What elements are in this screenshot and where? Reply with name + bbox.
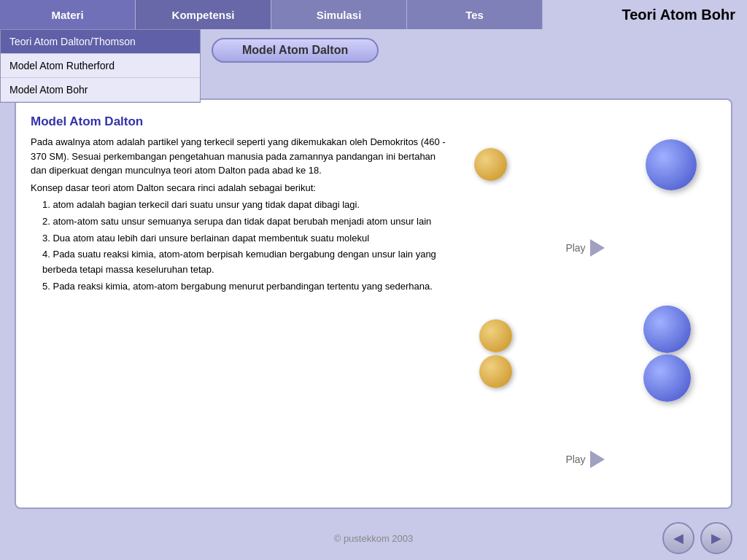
- visual-section: Play Play: [454, 114, 716, 493]
- copyright-text: © pustekkom 2003: [334, 533, 414, 544]
- point-5: Pada reaksi kimia, atom-atom bergabung m…: [42, 279, 446, 295]
- sub-header-button[interactable]: Model Atom Dalton: [212, 38, 379, 63]
- play-button-2[interactable]: Play: [565, 451, 604, 468]
- top-navigation: Materi Kompetensi Simulasi Tes Teori Ato…: [0, 0, 747, 29]
- menu-item-bohr[interactable]: Model Atom Bohr: [1, 78, 200, 102]
- atom-small-3: [479, 355, 512, 388]
- content-heading: Model Atom Dalton: [31, 114, 446, 129]
- atom-large-2: [643, 306, 691, 353]
- play-icon-2: [590, 451, 605, 468]
- play-button-1[interactable]: Play: [565, 239, 604, 257]
- play-label-2: Play: [565, 454, 585, 465]
- play-row-1: Play: [454, 239, 716, 257]
- point-3: Dua atom atau lebih dari unsure berlaina…: [42, 231, 446, 246]
- play-label-1: Play: [565, 242, 585, 254]
- next-button[interactable]: ▶: [700, 522, 732, 554]
- atom-small-1: [474, 148, 507, 181]
- footer: © pustekkom 2003 ◀ ▶: [0, 516, 747, 560]
- visual-row-2: [454, 306, 716, 402]
- prev-button[interactable]: ◀: [662, 522, 694, 554]
- play-icon-1: [590, 239, 605, 257]
- atom-group-small: [479, 319, 512, 388]
- tab-materi[interactable]: Materi: [0, 0, 136, 29]
- content-intro: Pada awalnya atom adalah partikel yang t…: [31, 135, 446, 178]
- point-4: Pada suatu reaksi kimia, atom-atom berpi…: [42, 247, 446, 278]
- points-list: atom adalah bagian terkecil dari suatu u…: [31, 198, 446, 295]
- point-1: atom adalah bagian terkecil dari suatu u…: [42, 198, 446, 213]
- atom-small-2: [479, 319, 512, 352]
- tab-simulasi[interactable]: Simulasi: [271, 0, 407, 29]
- atom-group-large: [643, 306, 691, 402]
- tab-tes[interactable]: Tes: [407, 0, 543, 29]
- nav-buttons: ◀ ▶: [662, 522, 732, 554]
- concept-intro: Konsep dasar teori atom Dalton secara ri…: [31, 181, 446, 195]
- visual-row-1: [454, 139, 716, 190]
- content-box: Model Atom Dalton Pada awalnya atom adal…: [15, 98, 732, 509]
- tab-kompetensi[interactable]: Kompetensi: [136, 0, 271, 29]
- text-section: Model Atom Dalton Pada awalnya atom adal…: [31, 114, 454, 493]
- atom-large-1: [646, 139, 697, 190]
- play-row-2: Play: [454, 451, 716, 468]
- menu-item-rutherford[interactable]: Model Atom Rutherford: [1, 54, 200, 78]
- page-title: Teori Atom Bohr: [543, 0, 747, 29]
- menu-item-dalton[interactable]: Teori Atom Dalton/Thomson: [1, 30, 200, 54]
- left-menu: Teori Atom Dalton/Thomson Model Atom Rut…: [0, 29, 201, 103]
- point-2: atom-atom satu unsur semuanya serupa dan…: [42, 214, 446, 230]
- atom-large-3: [643, 354, 691, 402]
